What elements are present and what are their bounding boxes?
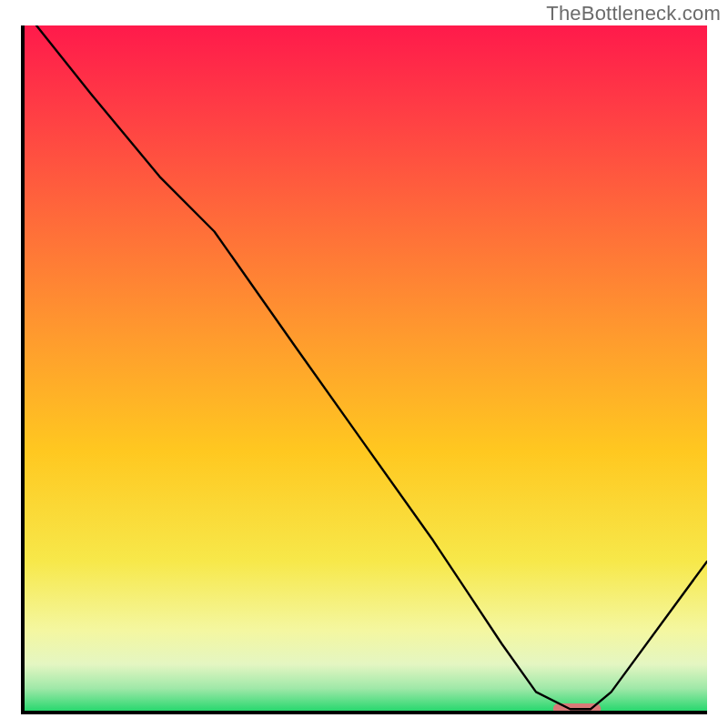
bottleneck-chart bbox=[0, 0, 728, 728]
chart-container: TheBottleneck.com bbox=[0, 0, 728, 728]
gradient-background bbox=[23, 25, 707, 713]
watermark-text: TheBottleneck.com bbox=[546, 2, 721, 25]
